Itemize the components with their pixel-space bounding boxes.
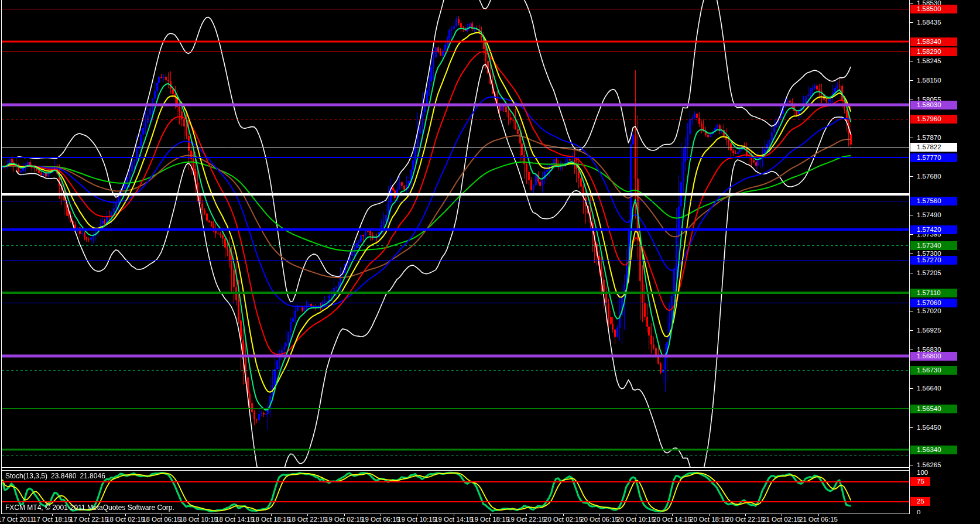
price-tick-mark bbox=[910, 273, 913, 273]
price-line-badge: 1.56540 bbox=[910, 405, 957, 413]
price-line-badge: 1.58290 bbox=[910, 47, 957, 56]
time-tick-label: 17 Oct 18:15 bbox=[33, 516, 71, 523]
price-tick-mark bbox=[910, 138, 913, 138]
time-tick-label: 20 Oct 10:15 bbox=[616, 516, 655, 523]
stochastic-indicator-label: Stoch(13,3,5)23.848021.8046 bbox=[5, 472, 109, 480]
time-tick-label: 18 Oct 14:15 bbox=[215, 516, 254, 523]
time-tick-label: 20 Oct 18:15 bbox=[690, 516, 728, 523]
time-tick-label: 19 Oct 18:15 bbox=[471, 516, 509, 523]
current-price-badge: 1.57822 bbox=[910, 143, 957, 152]
price-tick-mark bbox=[910, 22, 913, 23]
time-tick-label: 20 Oct 02:15 bbox=[544, 516, 582, 523]
price-line-badge: 1.57770 bbox=[910, 153, 957, 162]
price-tick-label: 1.58150 bbox=[917, 76, 941, 84]
stochastic-panel[interactable]: Stoch(13,3,5)23.848021.8046 FXCM MT4, © … bbox=[2, 470, 909, 513]
price-line-badge: 1.58500 bbox=[910, 5, 957, 13]
time-tick-label: 19 Oct 14:15 bbox=[434, 516, 473, 523]
time-tick-label: 19 Oct 10:15 bbox=[398, 516, 436, 523]
price-tick-label: 1.57020 bbox=[917, 307, 941, 315]
price-line-badge: 1.56340 bbox=[910, 446, 957, 454]
time-tick-label: 19 Oct 02:15 bbox=[325, 516, 364, 523]
price-line-badge: 1.57270 bbox=[910, 256, 957, 265]
price-line-badge: 1.58340 bbox=[910, 37, 957, 46]
price-tick-mark bbox=[910, 311, 913, 311]
price-tick-mark bbox=[910, 3, 913, 4]
price-tick-label: 1.58245 bbox=[917, 57, 941, 65]
time-tick-label: 18 Oct 22:15 bbox=[288, 516, 327, 523]
price-tick-mark bbox=[910, 215, 913, 215]
price-tick-label: 1.57680 bbox=[917, 172, 941, 180]
price-tick-mark bbox=[910, 234, 913, 235]
stochastic-name: Stoch(13,3,5) bbox=[5, 472, 47, 480]
price-tick-mark bbox=[910, 350, 913, 350]
time-tick-label: 18 Oct 02:15 bbox=[106, 516, 145, 523]
price-tick-mark bbox=[910, 388, 913, 389]
price-line-badge: 1.56730 bbox=[910, 366, 957, 375]
time-tick-label: 17 Oct 2011 bbox=[0, 516, 34, 523]
time-tick-label: 21 Oct 06:15 bbox=[799, 516, 838, 523]
price-chart-canvas[interactable] bbox=[2, 0, 909, 467]
stochastic-signal-value: 21.8046 bbox=[80, 472, 105, 480]
time-tick-label: 20 Oct 22:15 bbox=[726, 516, 765, 523]
time-tick-label: 18 Oct 06:15 bbox=[142, 516, 181, 523]
chart-left-border bbox=[1, 0, 2, 514]
time-tick-label: 19 Oct 06:15 bbox=[361, 516, 400, 523]
price-tick-label: 1.58435 bbox=[917, 18, 941, 26]
price-line-badge: 1.57560 bbox=[910, 197, 957, 206]
price-tick-mark bbox=[910, 254, 913, 254]
time-tick-label: 19 Oct 22:15 bbox=[507, 516, 546, 523]
price-line-badge: 1.57110 bbox=[910, 289, 957, 297]
stoch-level-badge: 25 bbox=[910, 497, 930, 506]
price-tick-mark bbox=[910, 100, 913, 100]
price-line-badge: 1.57060 bbox=[910, 299, 957, 307]
price-line-badge: 1.56800 bbox=[910, 352, 957, 361]
price-line-badge: 1.57420 bbox=[910, 225, 957, 234]
price-line-badge: 1.57340 bbox=[910, 241, 957, 250]
time-tick-label: 20 Oct 06:15 bbox=[580, 516, 619, 523]
stochastic-main-value: 23.8480 bbox=[51, 472, 76, 480]
price-tick-mark bbox=[910, 80, 913, 81]
price-tick-label: 1.56640 bbox=[917, 384, 941, 392]
copyright-text: FXCM MT4, © 2001-2011 MetaQuotes Softwar… bbox=[5, 504, 174, 512]
price-tick-mark bbox=[910, 427, 913, 428]
time-tick-label: 18 Oct 10:15 bbox=[179, 516, 218, 523]
time-tick-label: 21 Oct 02:15 bbox=[762, 516, 801, 523]
mt4-chart-window: Stoch(13,3,5)23.848021.8046 FXCM MT4, © … bbox=[0, 0, 980, 524]
time-tick-label: 17 Oct 22:15 bbox=[70, 516, 108, 523]
main-chart-panel[interactable] bbox=[2, 0, 909, 468]
time-tick-label: 20 Oct 14:15 bbox=[653, 516, 691, 523]
price-line-badge: 1.57960 bbox=[910, 115, 957, 124]
price-tick-label: 1.56265 bbox=[917, 461, 941, 469]
time-tick-label: 18 Oct 18:15 bbox=[252, 516, 290, 523]
price-tick-label: 1.57205 bbox=[917, 269, 941, 277]
price-tick-mark bbox=[910, 330, 913, 331]
price-axis[interactable]: 1.585301.584351.582451.581501.580551.578… bbox=[910, 0, 980, 514]
price-tick-mark bbox=[910, 61, 913, 61]
price-tick-label: 1.56450 bbox=[917, 423, 941, 431]
price-tick-mark bbox=[910, 465, 913, 465]
price-tick-mark bbox=[910, 176, 913, 177]
stoch-level-badge: 75 bbox=[910, 477, 930, 486]
price-line-badge: 1.58030 bbox=[910, 101, 957, 109]
time-axis[interactable]: 17 Oct 201117 Oct 18:1517 Oct 22:1518 Oc… bbox=[0, 514, 980, 524]
stoch-scale-label: 100 bbox=[917, 468, 928, 477]
price-tick-label: 1.57870 bbox=[917, 133, 941, 142]
price-tick-label: 1.57490 bbox=[917, 211, 941, 219]
price-tick-label: 1.56925 bbox=[917, 326, 941, 334]
